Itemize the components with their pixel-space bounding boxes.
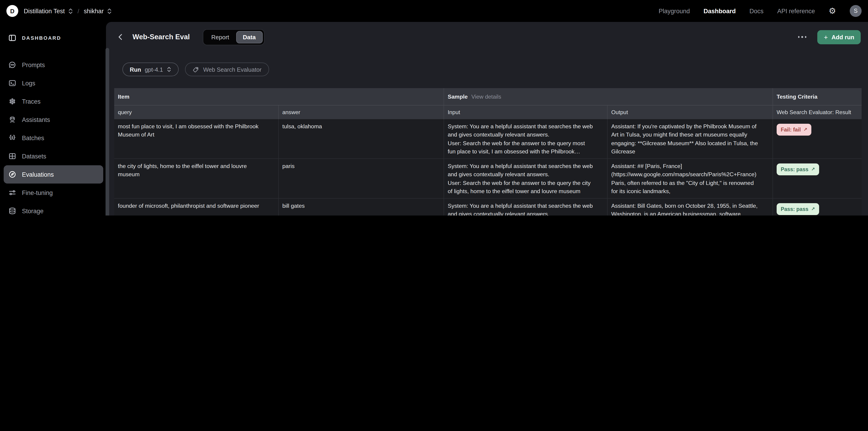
chevron-updown-icon (68, 7, 73, 14)
add-run-button[interactable]: + Add run (817, 30, 861, 44)
output-cell: Assistant: If you're captivated by the P… (608, 119, 773, 159)
group-header-testing-criteria: Testing Criteria (773, 88, 862, 105)
project-name: shikhar (84, 7, 104, 14)
answer-cell: paris (279, 159, 444, 199)
gear-icon[interactable]: ⚙ (829, 7, 836, 15)
sidebar-section-header: DASHBOARD (8, 34, 106, 42)
output-cell: Assistant: Bill Gates, born on October 2… (608, 199, 773, 216)
sidebar-item-label: Storage (22, 207, 43, 214)
input-cell: System: You are a helpful assistant that… (444, 159, 608, 199)
plus-icon: + (824, 34, 828, 40)
column-header-web-search-evaluator-result: Web Search Evaluator: Result (773, 105, 862, 119)
sidebar-item-label: Fine-tuning (22, 189, 53, 196)
tab-data[interactable]: Data (236, 31, 262, 43)
org-avatar[interactable]: D (6, 5, 18, 17)
scrollbar-thumb[interactable] (105, 48, 109, 216)
sidebar-item-label: Assistants (22, 116, 50, 123)
breadcrumb-separator: / (78, 7, 79, 14)
sidebar-item-label: Batches (22, 134, 44, 141)
result-badge[interactable]: Pass: pass↗ (777, 203, 819, 215)
answer-cell: bill gates (279, 199, 444, 216)
sidebar-item-batches[interactable]: Batches (4, 129, 103, 147)
result-cell: Pass: pass↗ (773, 159, 862, 199)
sidebar-section-label: DASHBOARD (22, 35, 61, 41)
sidebar-item-label: Datasets (22, 153, 46, 160)
sidebar-item-label: Logs (22, 80, 35, 87)
group-header-sample: SampleView details (444, 88, 773, 105)
sidebar-item-datasets[interactable]: Datasets (4, 147, 103, 165)
group-header-label: Item (118, 93, 129, 100)
result-cell: Pass: pass↗ (773, 199, 862, 216)
grid-icon (8, 152, 17, 160)
group-header-item: Item (114, 88, 444, 105)
nav-item-playground[interactable]: Playground (658, 7, 690, 14)
top-bar: D Distillation Test / shikhar Playground… (0, 0, 868, 22)
org-switcher[interactable]: Distillation Test (24, 7, 73, 14)
query-cell: founder of microsoft, philanthropist and… (114, 199, 279, 216)
column-header-output: Output (608, 105, 773, 119)
sidebar-item-storage[interactable]: Storage (4, 202, 103, 216)
sidebar-item-prompts[interactable]: Prompts (4, 56, 103, 74)
sidebar-item-label: Prompts (22, 61, 45, 68)
column-header-answer: answer (279, 105, 444, 119)
external-link-icon: ↗ (811, 205, 815, 213)
sidebar-item-evaluations[interactable]: Evaluations (4, 165, 103, 184)
top-nav: PlaygroundDashboardDocsAPI reference ⚙ S (658, 5, 862, 17)
terminal-icon (8, 79, 17, 87)
query-cell: the city of lights, home to the eiffel t… (114, 159, 279, 199)
page-title: Web-Search Eval (132, 33, 190, 41)
result-badge-label: Fail: fail (781, 126, 801, 134)
sidebar-item-traces[interactable]: Traces (4, 92, 103, 110)
report-data-tabs: ReportData (203, 29, 264, 45)
result-badge-label: Pass: pass (781, 165, 808, 174)
sidebar-item-label: Evaluations (22, 171, 54, 178)
chevron-updown-icon (166, 66, 171, 73)
table-body: most fun place to visit, I am obsessed w… (114, 119, 862, 216)
column-header-input: Input (444, 105, 608, 119)
answer-cell: tulsa, oklahoma (279, 119, 444, 159)
table-row[interactable]: founder of microsoft, philanthropist and… (114, 199, 862, 216)
group-header-label: Sample (448, 93, 468, 100)
group-header-label: Testing Criteria (777, 93, 817, 100)
table-row[interactable]: the city of lights, home to the eiffel t… (114, 159, 862, 199)
result-badge[interactable]: Fail: fail↗ (777, 124, 811, 136)
input-cell: System: You are a helpful assistant that… (444, 119, 608, 159)
sidebar-item-label: Traces (22, 98, 41, 105)
database-icon (8, 207, 17, 215)
run-toolbar: Run gpt-4.1 Web Search Evaluator (122, 63, 269, 76)
project-switcher[interactable]: shikhar (84, 7, 112, 14)
add-run-label: Add run (832, 34, 854, 40)
sidebar-item-assistants[interactable]: Assistants (4, 110, 103, 129)
column-header-query: query (114, 105, 279, 119)
external-link-icon: ↗ (811, 165, 815, 174)
query-cell: most fun place to visit, I am obsessed w… (114, 119, 279, 159)
org-name: Distillation Test (24, 7, 65, 14)
chat-icon (8, 61, 17, 69)
evaluator-filter[interactable]: Web Search Evaluator (185, 63, 269, 76)
nav-item-api-reference[interactable]: API reference (777, 7, 815, 14)
traces-icon (8, 97, 17, 105)
main-panel: Web-Search Eval ReportData + Add run Run… (106, 22, 868, 216)
nav-item-dashboard[interactable]: Dashboard (704, 7, 736, 14)
more-options-button[interactable] (797, 34, 807, 41)
sidebar-item-fine-tuning[interactable]: Fine-tuning (4, 184, 103, 202)
run-label: Run (130, 66, 141, 73)
tab-report[interactable]: Report (205, 31, 236, 43)
result-badge[interactable]: Pass: pass↗ (777, 163, 819, 175)
table-row[interactable]: most fun place to visit, I am obsessed w… (114, 119, 862, 159)
compass-icon (8, 170, 17, 178)
input-cell: System: You are a helpful assistant that… (444, 199, 608, 216)
app-window: D Distillation Test / shikhar Playground… (0, 0, 868, 216)
run-selector[interactable]: Run gpt-4.1 (122, 63, 178, 76)
sidebar: DASHBOARD PromptsLogsTracesAssistantsBat… (0, 22, 106, 216)
sliders-icon (8, 189, 17, 197)
sidebar-item-logs[interactable]: Logs (4, 74, 103, 92)
nav-item-docs[interactable]: Docs (749, 7, 764, 14)
output-cell: Assistant: ## [Paris, France](https://ww… (608, 159, 773, 199)
result-cell: Fail: fail↗ (773, 119, 862, 159)
eval-header: Web-Search Eval ReportData + Add run (106, 22, 868, 52)
back-button[interactable] (117, 33, 124, 41)
user-avatar[interactable]: S (850, 5, 862, 17)
view-details-link[interactable]: View details (471, 93, 501, 100)
panel-icon (8, 34, 17, 42)
